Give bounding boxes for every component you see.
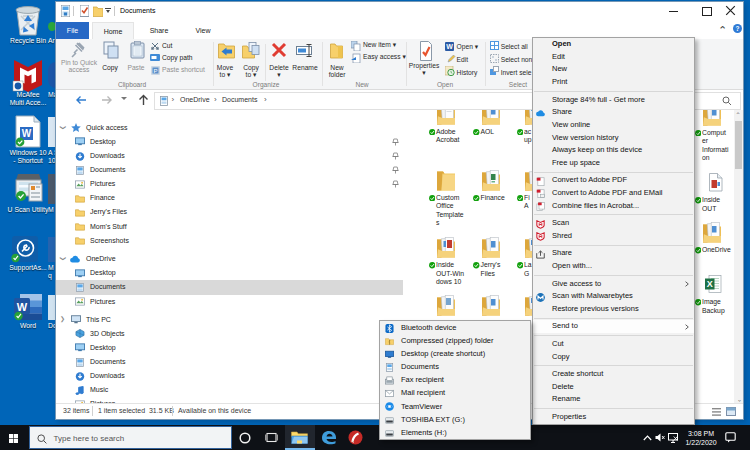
svg-text:P: P [153,68,157,74]
svg-text:W: W [17,301,28,313]
svg-text:?: ? [736,25,740,32]
svg-text:W: W [22,128,32,139]
svg-text:X: X [707,279,713,289]
svg-text:W: W [446,43,453,50]
